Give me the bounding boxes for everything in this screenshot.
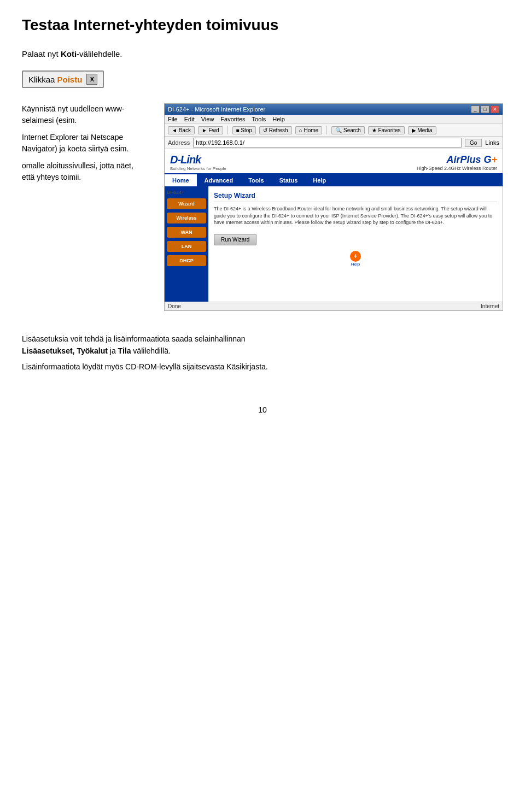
left-para1: Käynnistä nyt uudelleen www-selaimesi (e… bbox=[22, 103, 148, 126]
router-sidebar: DI-624+ Wizard Wireless WAN LAN DHCP bbox=[165, 186, 208, 302]
dhcp-btn[interactable]: DHCP bbox=[167, 255, 206, 266]
left-para3: omalle aloitussivullesi, jotta näet, ett… bbox=[22, 160, 148, 183]
x-button[interactable]: X bbox=[86, 74, 97, 85]
menu-file[interactable]: File bbox=[168, 116, 178, 122]
nav-help[interactable]: Help bbox=[305, 174, 334, 186]
bottom-line4: välilehdillä. bbox=[131, 346, 170, 355]
bottom-bold3: Tila bbox=[118, 346, 131, 355]
minimize-button[interactable]: _ bbox=[471, 105, 480, 113]
help-icon[interactable]: + bbox=[350, 251, 361, 262]
bottom-text-section: Lisäasetuksia voit tehdä ja lisäinformaa… bbox=[22, 333, 273, 373]
address-input[interactable] bbox=[193, 138, 462, 148]
home-button[interactable]: ⌂ Home bbox=[295, 126, 323, 134]
forward-button[interactable]: ► Fwd bbox=[198, 126, 223, 134]
go-button[interactable]: Go bbox=[465, 139, 482, 147]
browser-window: DI-624+ - Microsoft Internet Explorer _ … bbox=[164, 103, 503, 311]
browser-statusbar: Done Internet bbox=[165, 302, 503, 310]
main-content-area: Käynnistä nyt uudelleen www-selaimesi (e… bbox=[22, 103, 503, 311]
klikkaa-text: Klikkaa bbox=[28, 75, 57, 84]
menu-edit[interactable]: Edit bbox=[184, 116, 195, 122]
airplus-logo: AirPlus G+ High-Speed 2.4GHz Wireless Ro… bbox=[417, 154, 497, 171]
airplus-text: AirPlus G+ bbox=[417, 154, 497, 166]
left-para2: Internet Explorer tai Netscape Navigator… bbox=[22, 132, 148, 155]
run-wizard-button[interactable]: Run Wizard bbox=[214, 234, 256, 245]
bottom-para2: Lisäinformaatiota löydät myös CD-ROM-lev… bbox=[22, 361, 273, 373]
page-title: Testaa Internet-yhteyden toimivuus bbox=[22, 16, 503, 34]
media-button[interactable]: ▶ Media bbox=[408, 126, 436, 134]
search-button[interactable]: 🔍 Search bbox=[331, 126, 364, 134]
browser-toolbar: ◄ Back ► Fwd ■ Stop ↺ Refresh ⌂ Home 🔍 S… bbox=[165, 124, 503, 137]
bottom-para1: Lisäasetuksia voit tehdä ja lisäinformaa… bbox=[22, 333, 273, 357]
links-label: Links bbox=[485, 139, 499, 146]
help-label: Help bbox=[351, 262, 360, 267]
router-header: D-Link Building Networks for People AirP… bbox=[165, 149, 503, 174]
favorites-button[interactable]: ★ Favorites bbox=[368, 126, 405, 134]
setup-wizard-title: Setup Wizard bbox=[214, 192, 497, 202]
dlink-brand-text: D-Link bbox=[170, 154, 226, 166]
router-main-content: Setup Wizard The DI-624+ is a Wireless B… bbox=[208, 186, 503, 302]
menu-help[interactable]: Help bbox=[272, 116, 285, 122]
status-right: Internet bbox=[481, 303, 499, 309]
klikkaa-poistu-box: Klikkaa Poistu X bbox=[22, 70, 104, 88]
airplus-plus: + bbox=[491, 154, 497, 165]
address-label: Address bbox=[168, 139, 190, 146]
nav-home[interactable]: Home bbox=[165, 174, 197, 186]
airplus-main: AirPlus G bbox=[446, 154, 491, 165]
stop-button[interactable]: ■ Stop bbox=[232, 126, 256, 134]
browser-content: D-Link Building Networks for People AirP… bbox=[165, 149, 503, 302]
subtitle-bold: Koti bbox=[61, 49, 77, 58]
router-body: DI-624+ Wizard Wireless WAN LAN DHCP Set… bbox=[165, 186, 503, 302]
browser-address-bar: Address Go Links bbox=[165, 137, 503, 149]
klikkaa-label: Klikkaa Poistu bbox=[28, 75, 82, 84]
di624-label: DI-624+ bbox=[167, 190, 206, 195]
wizard-btn[interactable]: Wizard bbox=[167, 198, 206, 209]
browser-titlebar: DI-624+ - Microsoft Internet Explorer _ … bbox=[165, 104, 503, 115]
back-button[interactable]: ◄ Back bbox=[168, 126, 195, 134]
toolbar-sep2 bbox=[326, 126, 327, 134]
maximize-button[interactable]: □ bbox=[481, 105, 489, 113]
setup-wizard-text: The DI-624+ is a Wireless Broadband Rout… bbox=[214, 205, 497, 226]
page-number: 10 bbox=[22, 405, 503, 414]
bottom-line3: ja bbox=[108, 346, 118, 355]
router-page: D-Link Building Networks for People AirP… bbox=[165, 149, 503, 302]
poistu-word: Poistu bbox=[57, 75, 83, 84]
toolbar-sep1 bbox=[228, 126, 228, 134]
refresh-button[interactable]: ↺ Refresh bbox=[259, 126, 292, 134]
nav-tools[interactable]: Tools bbox=[241, 174, 272, 186]
menu-view[interactable]: View bbox=[201, 116, 214, 122]
dlink-sub-text: Building Networks for People bbox=[170, 166, 226, 171]
status-left: Done bbox=[168, 303, 181, 309]
close-button[interactable]: ✕ bbox=[491, 105, 499, 113]
wireless-btn[interactable]: Wireless bbox=[167, 213, 206, 223]
browser-title: DI-624+ - Microsoft Internet Explorer bbox=[168, 106, 265, 113]
lan-btn[interactable]: LAN bbox=[167, 241, 206, 252]
bottom-line1: Lisäasetuksia voit tehdä ja lisäinformaa… bbox=[22, 334, 246, 343]
browser-title-buttons: _ □ ✕ bbox=[471, 105, 499, 113]
dlink-logo: D-Link Building Networks for People bbox=[170, 154, 226, 171]
nav-advanced[interactable]: Advanced bbox=[197, 174, 241, 186]
subtitle-text2: -välilehdelle. bbox=[77, 49, 122, 58]
subtitle: Palaat nyt Koti-välilehdelle. bbox=[22, 49, 503, 58]
menu-favorites[interactable]: Favorites bbox=[220, 116, 245, 122]
help-section: + Help bbox=[214, 251, 497, 267]
nav-status[interactable]: Status bbox=[272, 174, 306, 186]
bottom-bold1: Lisäasetukset, bbox=[22, 346, 75, 355]
subtitle-text1: Palaat nyt bbox=[22, 49, 61, 58]
browser-menubar: File Edit View Favorites Tools Help bbox=[165, 115, 503, 124]
left-text-panel: Käynnistä nyt uudelleen www-selaimesi (e… bbox=[22, 103, 148, 311]
router-model-text: High-Speed 2.4GHz Wireless Router bbox=[417, 166, 497, 171]
bottom-bold2: Työkalut bbox=[77, 346, 108, 355]
menu-tools[interactable]: Tools bbox=[252, 116, 266, 122]
router-nav: Home Advanced Tools Status Help bbox=[165, 174, 503, 186]
wan-btn[interactable]: WAN bbox=[167, 227, 206, 238]
